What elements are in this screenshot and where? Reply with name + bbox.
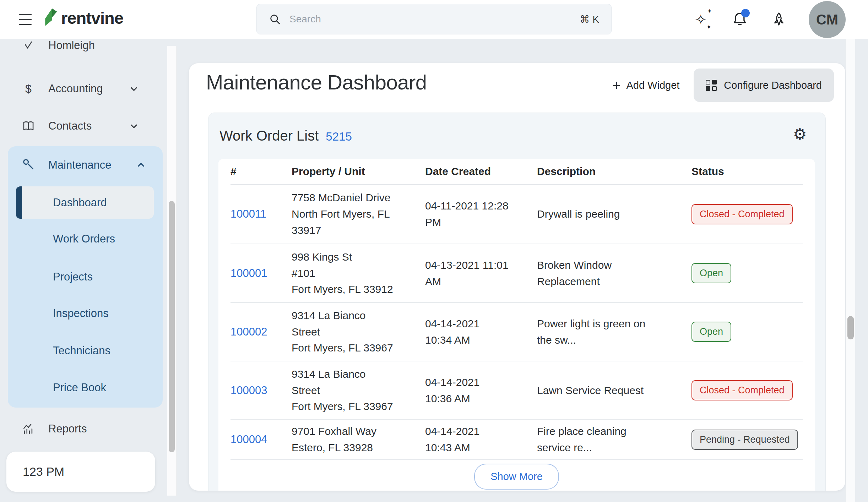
status-badge: Pending - Requested xyxy=(691,430,798,450)
wrench-icon xyxy=(22,159,36,171)
work-order-link[interactable]: 100011 xyxy=(230,208,266,220)
description-cell: Lawn Service Request xyxy=(537,382,691,399)
active-indicator xyxy=(16,186,22,219)
status-badge: Open xyxy=(691,322,731,342)
sidebar-item-label: Accounting xyxy=(48,82,103,95)
rentvine-logo-icon xyxy=(42,6,58,29)
rentvine-logo[interactable]: rentvine xyxy=(42,6,123,29)
property-cell: 9701 Foxhall Way Estero, FL 33928 xyxy=(292,423,425,456)
sidebar-subitem-label: Projects xyxy=(53,271,93,283)
chevron-down-icon xyxy=(129,83,139,94)
clock-widget: 123 PM xyxy=(6,452,155,492)
table-header-row: # Property / Unit Date Created Descripti… xyxy=(230,159,803,185)
sidebar-subitem-inspections[interactable]: Inspections xyxy=(16,302,154,324)
sidebar-subitem-projects[interactable]: Projects xyxy=(16,266,154,288)
sidebar-subitem-technicians[interactable]: Technicians xyxy=(16,340,154,362)
sparkles-icon[interactable]: ✧ ✦ ✦ xyxy=(691,10,710,29)
sidebar-item-accounting[interactable]: $ Accounting xyxy=(0,73,163,105)
hamburger-menu-icon[interactable] xyxy=(18,13,33,26)
sidebar-item-label: Homleigh xyxy=(48,39,95,52)
date-cell: 04-14-2021 10:36 AM xyxy=(425,374,537,407)
grid-icon xyxy=(706,80,717,91)
page-scrollbar[interactable] xyxy=(846,39,855,502)
add-widget-button[interactable]: + Add Widget xyxy=(612,78,679,92)
work-order-count-link[interactable]: 5215 xyxy=(326,130,352,143)
property-cell: 998 Kings St #101 Fort Myers, FL 33912 xyxy=(292,249,425,298)
column-header-number: # xyxy=(230,165,292,178)
sidebar-subitem-price-book[interactable]: Price Book xyxy=(16,377,154,399)
table-row: 100002 9314 La Bianco Street Fort Myers,… xyxy=(230,303,803,361)
description-cell: Power light is green on the sw... xyxy=(537,316,691,348)
description-cell: Broken Window Replacement xyxy=(537,257,691,290)
logo-text: rentvine xyxy=(61,8,123,28)
page-title: Maintenance Dashboard xyxy=(206,70,427,94)
column-header-date: Date Created xyxy=(425,165,537,178)
sidebar-item-maintenance[interactable]: Maintenance xyxy=(8,153,163,178)
global-search[interactable]: ⌘ K xyxy=(256,4,612,34)
status-badge: Open xyxy=(691,263,731,283)
date-cell: 04-11-2021 12:28 PM xyxy=(425,198,537,230)
configure-dashboard-button[interactable]: Configure Dashboard xyxy=(694,69,834,102)
table-row: 100003 9314 La Bianco Street Fort Myers,… xyxy=(230,361,803,420)
sidebar-subitem-dashboard[interactable]: Dashboard xyxy=(16,186,154,219)
description-cell: Fire place cleaning service re... xyxy=(537,423,691,456)
leaf-icon xyxy=(21,40,36,51)
sidebar-item-label: Reports xyxy=(48,422,87,435)
work-order-link[interactable]: 100001 xyxy=(230,267,267,279)
book-icon xyxy=(21,120,36,132)
search-icon xyxy=(269,13,281,25)
table-row: 100011 7758 McDaniel Drive North Fort My… xyxy=(230,185,803,244)
search-input[interactable] xyxy=(289,13,571,25)
date-cell: 04-13-2021 11:01 AM xyxy=(425,257,537,290)
sidebar-item-label: Contacts xyxy=(48,120,92,132)
gear-icon[interactable]: ⚙ xyxy=(793,126,807,142)
work-order-link[interactable]: 100004 xyxy=(230,433,267,446)
work-order-list-widget: Work Order List 5215 ⚙ # Property / Unit… xyxy=(208,113,826,491)
sidebar-subitem-label: Price Book xyxy=(53,381,106,394)
status-badge: Closed - Completed xyxy=(691,380,793,400)
widget-title: Work Order List xyxy=(219,128,319,144)
table-row: 100004 9701 Foxhall Way Estero, FL 33928… xyxy=(230,420,803,460)
description-cell: Drywall is peeling xyxy=(537,206,691,222)
sidebar-group-maintenance: Maintenance Dashboard Work Orders Projec… xyxy=(8,146,163,408)
main-content: Maintenance Dashboard + Add Widget Confi… xyxy=(189,63,845,491)
avatar[interactable]: CM xyxy=(809,1,846,38)
sidebar-subitem-label: Dashboard xyxy=(53,196,107,209)
show-more-button[interactable]: Show More xyxy=(474,464,559,490)
property-cell: 7758 McDaniel Drive North Fort Myers, FL… xyxy=(292,190,425,239)
sidebar-subitem-label: Technicians xyxy=(53,344,110,357)
clock-text: 123 PM xyxy=(23,465,64,479)
plus-icon: + xyxy=(612,78,620,92)
rocket-icon[interactable] xyxy=(770,10,788,29)
date-cell: 04-14-2021 10:43 AM xyxy=(425,423,537,456)
configure-dashboard-label: Configure Dashboard xyxy=(724,80,822,91)
sidebar-subitem-label: Inspections xyxy=(53,307,109,320)
sidebar-scrollbar[interactable] xyxy=(167,46,177,496)
bell-icon[interactable] xyxy=(731,10,749,29)
chevron-down-icon xyxy=(129,121,139,131)
property-cell: 9314 La Bianco Street Fort Myers, FL 339… xyxy=(292,366,425,415)
topbar: rentvine ⌘ K ✧ ✦ ✦ CM xyxy=(0,0,868,39)
date-cell: 04-14-2021 10:34 AM xyxy=(425,316,537,348)
sidebar-scrollbar-thumb[interactable] xyxy=(169,201,175,452)
sidebar-item-reports[interactable]: Reports xyxy=(0,416,163,441)
sidebar-subitem-label: Work Orders xyxy=(53,233,115,245)
sidebar: Homleigh $ Accounting Contacts Main xyxy=(0,39,167,502)
search-shortcut-hint: ⌘ K xyxy=(580,13,599,25)
sidebar-subitem-work-orders[interactable]: Work Orders xyxy=(16,228,154,250)
table-row: 100001 998 Kings St #101 Fort Myers, FL … xyxy=(230,244,803,303)
chart-icon xyxy=(21,423,36,435)
sidebar-item-contacts[interactable]: Contacts xyxy=(0,110,163,142)
add-widget-label: Add Widget xyxy=(626,80,679,91)
page-scrollbar-thumb[interactable] xyxy=(847,316,854,339)
dollar-icon: $ xyxy=(21,82,36,96)
column-header-property: Property / Unit xyxy=(292,165,425,178)
work-order-link[interactable]: 100003 xyxy=(230,384,267,397)
column-header-description: Description xyxy=(537,165,691,178)
avatar-initials: CM xyxy=(816,12,838,28)
chevron-up-icon xyxy=(136,160,146,170)
status-badge: Closed - Completed xyxy=(691,204,793,224)
notification-dot xyxy=(741,9,750,17)
work-order-link[interactable]: 100002 xyxy=(230,326,267,338)
sidebar-item-label: Maintenance xyxy=(48,159,112,171)
